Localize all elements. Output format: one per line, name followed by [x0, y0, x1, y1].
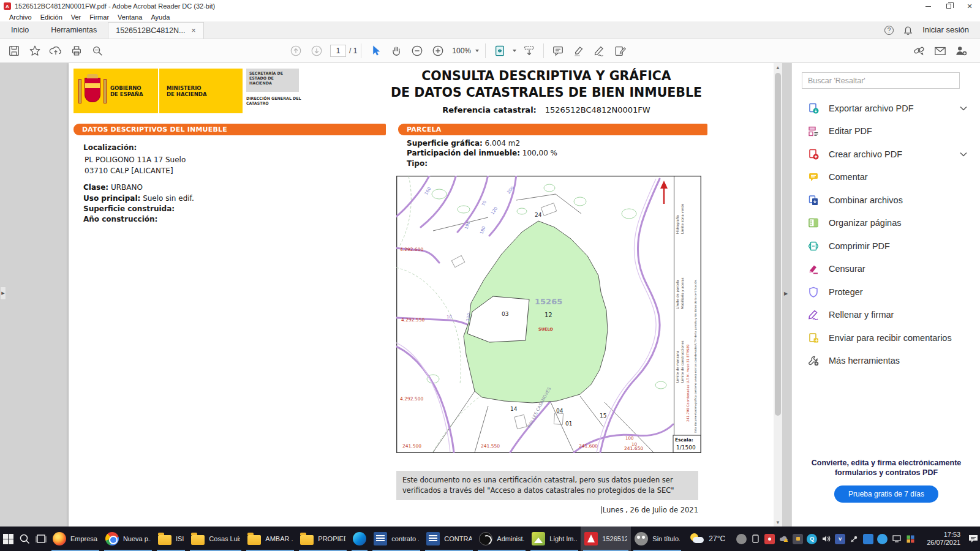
tool-combinar-archivos[interactable]: Combinar archivos — [792, 189, 980, 212]
taskbar-app-chrome[interactable]: Nueva p... — [102, 527, 154, 551]
clock-time: 17:53 — [944, 531, 961, 539]
hand-tool-button[interactable] — [387, 42, 405, 60]
menu-ver[interactable]: Ver — [67, 12, 86, 21]
taskbar-clock[interactable]: 17:53 26/07/2021 — [921, 527, 967, 551]
taskbar-search-button[interactable] — [17, 527, 33, 551]
tool-enviar-comentarios[interactable]: Enviar para recibir comentarios — [792, 326, 980, 350]
more-tools-button[interactable] — [611, 42, 630, 60]
toolbar-center: / 1 100% — [285, 42, 631, 60]
fit-page-button[interactable] — [491, 42, 509, 60]
tab-inicio[interactable]: Inicio — [0, 21, 40, 39]
zoom-out-button[interactable] — [408, 42, 426, 60]
next-page-button[interactable] — [307, 42, 326, 60]
taskbar-app-folder-cosas-luis[interactable]: Cosas Luis — [187, 527, 244, 551]
restore-button[interactable] — [938, 0, 959, 12]
free-trial-button[interactable]: Prueba gratis de 7 días — [834, 485, 938, 503]
tab-close-icon[interactable]: × — [192, 26, 196, 35]
fit-page-dropdown-icon[interactable] — [513, 50, 516, 52]
menu-edicion[interactable]: Edición — [36, 12, 67, 21]
tray-volume-icon[interactable] — [821, 534, 831, 544]
share-link-button[interactable] — [910, 42, 929, 60]
tray-recorder-icon[interactable] — [764, 534, 775, 544]
scroll-down-icon[interactable]: ▼ — [774, 518, 782, 527]
zoom-level-select[interactable]: 100% — [452, 47, 471, 55]
task-view-button[interactable] — [32, 527, 49, 551]
menu-ventana[interactable]: Ventana — [113, 12, 146, 21]
find-button[interactable] — [88, 42, 107, 60]
help-icon[interactable]: ? — [884, 26, 894, 35]
document-scrollbar[interactable]: ▲ ▼ — [774, 63, 782, 527]
tray-network-icon[interactable] — [891, 534, 902, 544]
tray-app-blue-icon[interactable] — [863, 534, 873, 544]
tab-document[interactable]: 1526512BC4812N... × — [108, 22, 203, 39]
taskbar-app-gimp[interactable]: Sin título... — [631, 527, 684, 551]
tool-mas-herramientas[interactable]: Más herramientas — [792, 350, 980, 373]
page-number-input[interactable] — [330, 45, 346, 57]
scroll-up-icon[interactable]: ▲ — [774, 63, 782, 72]
tool-proteger[interactable]: Proteger — [792, 280, 980, 304]
comment-tool-button[interactable] — [549, 42, 567, 60]
tool-editar-pdf[interactable]: Editar PDF — [792, 120, 980, 143]
email-button[interactable] — [931, 42, 949, 60]
highlight-tool-button[interactable] — [570, 42, 588, 60]
tool-comprimir-pdf[interactable]: Comprimir PDF — [792, 234, 980, 258]
export-pdf-icon — [808, 103, 819, 114]
menu-ayuda[interactable]: Ayuda — [146, 12, 174, 21]
print-button[interactable] — [67, 42, 86, 60]
taskbar-app-folder-ambar[interactable]: AMBAR ... — [244, 527, 296, 551]
taskbar-app-acrobat-active[interactable]: 1526512... — [581, 527, 631, 551]
left-panel-expand-button[interactable]: ▶ — [0, 287, 6, 300]
menu-firmar[interactable]: Firmar — [85, 12, 113, 21]
weather-widget[interactable]: 27°C — [684, 527, 731, 551]
tray-satellite-icon[interactable] — [849, 534, 859, 544]
tool-rellenar-firmar[interactable]: Rellenar y firmar — [792, 304, 980, 327]
system-tray: Q V — [731, 527, 921, 551]
tool-exportar-pdf[interactable]: Exportar archivo PDF — [792, 97, 980, 120]
taskbar-app-light-image[interactable]: Light Im... — [528, 527, 581, 551]
tray-teamviewer-icon[interactable]: Q — [807, 534, 817, 544]
cloud-upload-button[interactable] — [47, 42, 65, 60]
previous-page-button[interactable] — [287, 42, 305, 60]
tray-cloud-warning-icon[interactable] — [778, 534, 789, 544]
tray-status-icon[interactable] — [736, 534, 747, 544]
add-contact-button[interactable] — [952, 42, 970, 60]
taskbar-app-edge[interactable] — [349, 527, 370, 551]
tray-skype-icon[interactable] — [877, 534, 888, 544]
minimize-button[interactable] — [918, 0, 938, 12]
tray-vpn-icon[interactable]: V — [835, 534, 845, 544]
tray-your-phone-icon[interactable] — [750, 534, 761, 544]
tool-label: Organizar páginas — [829, 218, 902, 228]
sign-in-button[interactable]: Iniciar sesión — [922, 25, 969, 36]
action-center-button[interactable] — [967, 527, 980, 551]
taskbar-app-word-contrato[interactable]: contrato ... — [370, 527, 423, 551]
zoom-dropdown-icon[interactable] — [475, 50, 479, 52]
menu-archivo[interactable]: Archivo — [5, 12, 36, 21]
start-button[interactable] — [0, 527, 17, 551]
tray-antivirus-icon[interactable] — [905, 534, 916, 544]
select-tool-button[interactable] — [366, 42, 385, 60]
svg-text:Escala:: Escala: — [675, 437, 693, 443]
tool-crear-pdf[interactable]: Crear archivo PDF — [792, 143, 980, 166]
taskbar-app-label: Administ... — [497, 535, 524, 542]
star-button[interactable] — [26, 42, 44, 60]
tool-comentar[interactable]: Comentar — [792, 166, 980, 189]
tab-herramientas[interactable]: Herramientas — [40, 21, 108, 39]
search-input[interactable] — [802, 72, 960, 89]
tool-organizar-paginas[interactable]: Organizar páginas — [792, 212, 980, 235]
tray-screenshot-icon[interactable] — [793, 534, 803, 544]
clase-label: Clase: — [83, 183, 108, 192]
taskbar-app-firefox[interactable]: Empresa... — [49, 527, 102, 551]
save-button[interactable] — [5, 42, 23, 60]
taskbar-app-folder-isi[interactable]: ISI — [154, 527, 187, 551]
taskbar-app-folder-propiedades[interactable]: PROPIED... — [296, 527, 349, 551]
right-panel-collapse-button[interactable]: ▶ — [783, 287, 789, 300]
taskbar-app-administrador[interactable]: Administ... — [475, 527, 528, 551]
bell-icon[interactable] — [903, 26, 913, 36]
taskbar-app-word-contra[interactable]: CONTRA... — [423, 527, 475, 551]
scrollbar-thumb[interactable] — [775, 73, 781, 416]
scrolling-mode-button[interactable] — [520, 42, 538, 60]
zoom-in-button[interactable] — [429, 42, 447, 60]
tool-censurar[interactable]: Censurar — [792, 258, 980, 281]
fill-sign-tool-button[interactable] — [590, 42, 609, 60]
close-button[interactable]: ✕ — [959, 0, 980, 12]
